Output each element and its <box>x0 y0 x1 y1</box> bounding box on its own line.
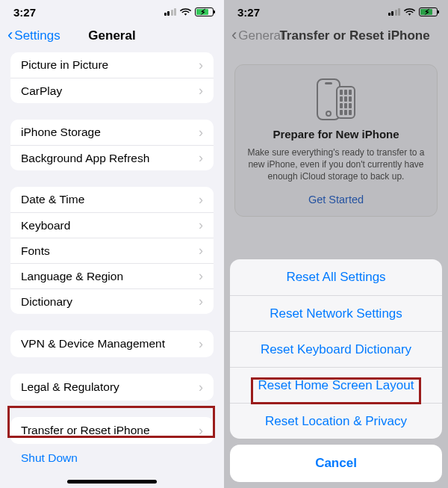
row-transfer-or-reset[interactable]: Transfer or Reset iPhone› <box>10 417 214 444</box>
shut-down-button[interactable]: Shut Down <box>21 451 203 465</box>
action-reset-network-settings[interactable]: Reset Network Settings <box>230 295 442 331</box>
back-label: Settings <box>14 28 60 43</box>
wifi-icon <box>180 7 191 16</box>
settings-group: Legal & Regulatory› <box>10 374 214 401</box>
chevron-right-icon: › <box>199 125 203 140</box>
battery-icon: ⚡︎ <box>195 7 214 16</box>
settings-group: VPN & Device Management› <box>10 330 214 357</box>
row-carplay[interactable]: CarPlay› <box>10 78 214 103</box>
transfer-reset-screen: 3:27 ⚡︎ ‹ General Transfer or Reset iPho… <box>224 0 448 488</box>
chevron-right-icon: › <box>199 192 203 208</box>
settings-group: Picture in Picture› CarPlay› <box>10 52 214 103</box>
action-sheet: Reset All Settings Reset Network Setting… <box>224 259 448 488</box>
status-time: 3:27 <box>13 6 36 19</box>
row-fonts[interactable]: Fonts› <box>10 238 214 263</box>
settings-group: Date & Time› Keyboard› Fonts› Language &… <box>10 187 214 314</box>
home-indicator[interactable] <box>67 480 157 484</box>
chevron-right-icon: › <box>199 380 203 395</box>
row-iphone-storage[interactable]: iPhone Storage› <box>10 120 214 145</box>
settings-group: Transfer or Reset iPhone› <box>10 417 214 444</box>
general-settings-screen: 3:27 ⚡︎ ‹ Settings General Picture in Pi… <box>0 0 224 488</box>
row-picture-in-picture[interactable]: Picture in Picture› <box>10 52 214 78</box>
chevron-right-icon: › <box>199 336 203 352</box>
row-vpn-device-management[interactable]: VPN & Device Management› <box>10 330 214 357</box>
action-reset-location-privacy[interactable]: Reset Location & Privacy <box>230 403 442 439</box>
row-keyboard[interactable]: Keyboard› <box>10 212 214 238</box>
row-legal-regulatory[interactable]: Legal & Regulatory› <box>10 374 214 401</box>
row-dictionary[interactable]: Dictionary› <box>10 288 214 314</box>
chevron-right-icon: › <box>199 150 203 166</box>
chevron-right-icon: › <box>199 268 203 284</box>
nav-bar: ‹ Settings General <box>0 19 224 52</box>
row-language-region[interactable]: Language & Region› <box>10 263 214 288</box>
row-date-time[interactable]: Date & Time› <box>10 187 214 212</box>
cellular-icon <box>164 8 177 16</box>
status-bar: 3:27 ⚡︎ <box>0 4 224 19</box>
chevron-right-icon: › <box>199 423 203 439</box>
settings-group: iPhone Storage› Background App Refresh› <box>10 120 214 170</box>
chevron-right-icon: › <box>199 294 203 309</box>
chevron-right-icon: › <box>199 58 203 73</box>
chevron-right-icon: › <box>199 217 203 233</box>
row-background-app-refresh[interactable]: Background App Refresh› <box>10 145 214 170</box>
action-reset-home-screen-layout[interactable]: Reset Home Screen Layout <box>230 367 442 403</box>
back-button[interactable]: ‹ Settings <box>7 26 60 46</box>
chevron-left-icon: ‹ <box>7 25 13 45</box>
action-reset-all-settings[interactable]: Reset All Settings <box>230 259 442 295</box>
chevron-right-icon: › <box>199 243 203 259</box>
cancel-button[interactable]: Cancel <box>230 445 442 482</box>
action-reset-keyboard-dictionary[interactable]: Reset Keyboard Dictionary <box>230 331 442 367</box>
chevron-right-icon: › <box>199 83 203 99</box>
